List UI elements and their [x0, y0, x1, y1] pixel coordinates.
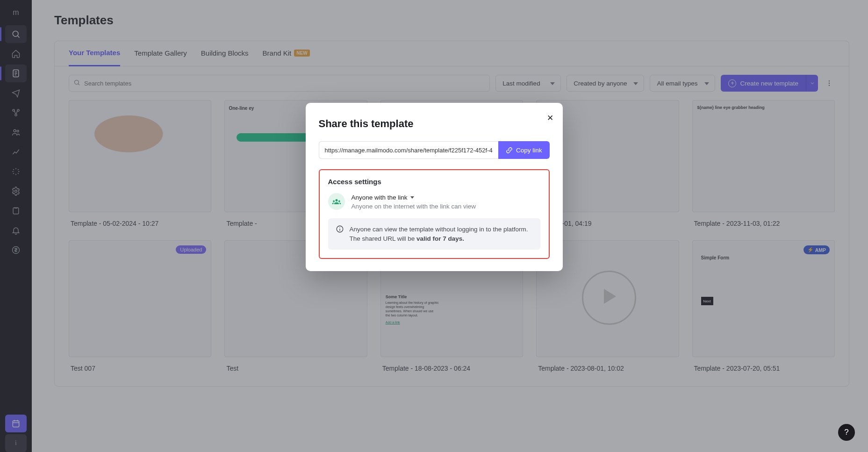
share-url-input[interactable] [319, 141, 498, 159]
close-icon[interactable]: ✕ [547, 113, 553, 123]
access-option-dropdown[interactable]: Anyone with the link [352, 194, 414, 201]
public-icon [328, 193, 345, 210]
copy-link-button[interactable]: Copy link [498, 141, 550, 159]
access-settings-heading: Access settings [328, 178, 540, 186]
share-template-modal: ✕ Share this template Copy link Access s… [306, 103, 563, 271]
access-info-banner: Anyone can view the template without log… [328, 218, 540, 250]
access-option-row: Anyone with the link Anyone on the inter… [328, 193, 540, 210]
access-settings-box: Access settings Anyone with the link Any… [319, 169, 550, 259]
share-link-row: Copy link [319, 141, 550, 159]
info-icon [336, 225, 344, 233]
help-button[interactable]: ? [838, 424, 855, 441]
access-info-text: Anyone can view the template without log… [350, 225, 533, 243]
modal-title: Share this template [319, 118, 550, 130]
svg-point-25 [339, 227, 340, 228]
access-option-description: Anyone on the internet with the link can… [352, 203, 476, 210]
